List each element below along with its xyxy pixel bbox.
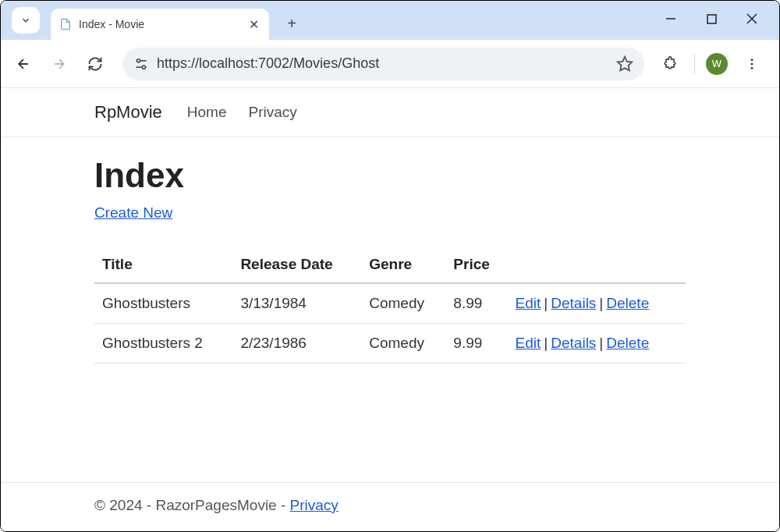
footer-copyright: © 2024 - RazorPagesMovie - <box>94 497 290 513</box>
browser-toolbar: W <box>1 40 779 88</box>
page-title: Index <box>94 156 686 195</box>
cell-genre: Comedy <box>361 324 445 364</box>
svg-point-11 <box>751 59 753 61</box>
back-button[interactable] <box>9 49 38 79</box>
window-controls <box>659 1 775 37</box>
details-link[interactable]: Details <box>551 295 596 311</box>
bookmark-icon[interactable] <box>616 55 633 73</box>
reload-button[interactable] <box>80 49 110 79</box>
toolbar-divider <box>694 55 695 73</box>
edit-link[interactable]: Edit <box>516 335 541 351</box>
create-new-link[interactable]: Create New <box>94 204 172 221</box>
minimize-button[interactable] <box>659 7 682 30</box>
nav-privacy[interactable]: Privacy <box>249 104 297 121</box>
svg-point-8 <box>137 59 140 62</box>
svg-marker-10 <box>618 56 632 69</box>
close-tab-icon[interactable]: ✕ <box>246 17 261 32</box>
col-genre: Genre <box>361 246 445 283</box>
site-footer: © 2024 - RazorPagesMovie - Privacy <box>1 482 779 531</box>
cell-actions: Edit|Details|Delete <box>508 324 686 364</box>
svg-point-9 <box>142 66 145 69</box>
cell-release-date: 2/23/1986 <box>232 324 361 364</box>
col-title: Title <box>94 246 232 283</box>
footer-privacy-link[interactable]: Privacy <box>290 497 339 513</box>
cell-price: 9.99 <box>445 324 507 364</box>
site-settings-icon[interactable] <box>133 57 149 71</box>
file-icon <box>58 17 73 31</box>
browser-tab[interactable]: Index - Movie ✕ <box>51 9 269 40</box>
svg-point-12 <box>751 62 753 65</box>
menu-icon[interactable] <box>739 51 765 77</box>
col-actions <box>508 246 686 283</box>
maximize-button[interactable] <box>700 7 723 30</box>
details-link[interactable]: Details <box>551 335 596 351</box>
edit-link[interactable]: Edit <box>516 295 541 311</box>
url-input[interactable] <box>157 55 608 72</box>
forward-button[interactable] <box>44 49 74 79</box>
cell-title: Ghostbusters <box>94 283 232 324</box>
site-nav: RpMovie Home Privacy <box>1 88 779 137</box>
close-window-button[interactable] <box>740 7 764 30</box>
tab-search-button[interactable] <box>12 7 40 34</box>
col-price: Price <box>445 246 507 283</box>
nav-home[interactable]: Home <box>187 104 227 121</box>
tab-title: Index - Movie <box>79 18 246 30</box>
new-tab-button[interactable]: + <box>280 12 303 35</box>
extensions-icon[interactable] <box>657 51 683 77</box>
cell-genre: Comedy <box>361 283 445 324</box>
table-header-row: Title Release Date Genre Price <box>94 246 686 283</box>
browser-tab-strip: Index - Movie ✕ + <box>1 1 779 40</box>
svg-point-13 <box>751 66 753 69</box>
brand-link[interactable]: RpMovie <box>94 102 162 122</box>
cell-release-date: 3/13/1984 <box>232 283 361 324</box>
address-bar[interactable] <box>122 48 644 80</box>
delete-link[interactable]: Delete <box>606 335 649 351</box>
cell-title: Ghostbusters 2 <box>94 324 232 364</box>
cell-price: 8.99 <box>445 283 507 324</box>
page-content: RpMovie Home Privacy Index Create New Ti… <box>1 88 779 387</box>
table-row: Ghostbusters 2 2/23/1986 Comedy 9.99 Edi… <box>94 324 686 364</box>
chevron-down-icon <box>20 15 31 26</box>
cell-actions: Edit|Details|Delete <box>508 283 686 324</box>
table-row: Ghostbusters 3/13/1984 Comedy 8.99 Edit|… <box>94 283 686 324</box>
svg-rect-1 <box>707 15 716 23</box>
col-release-date: Release Date <box>232 246 361 283</box>
movies-table: Title Release Date Genre Price Ghostbust… <box>94 246 686 364</box>
profile-avatar[interactable]: W <box>706 53 728 75</box>
delete-link[interactable]: Delete <box>606 295 649 311</box>
